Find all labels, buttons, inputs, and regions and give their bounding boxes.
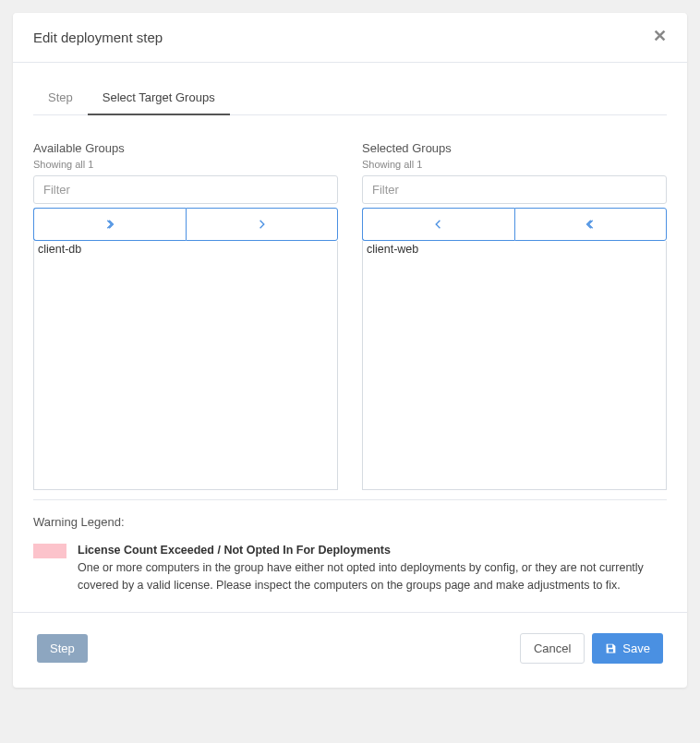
available-groups-count: Showing all 1 xyxy=(33,159,338,170)
warning-heading: License Count Exceeded / Not Opted In Fo… xyxy=(78,544,391,557)
warning-legend-label: Warning Legend: xyxy=(33,515,667,529)
available-groups-panel: Available Groups Showing all 1 client-db xyxy=(33,141,338,490)
save-button[interactable]: Save xyxy=(592,633,663,664)
warning-body: One or more computers in the group have … xyxy=(78,561,644,592)
cancel-button[interactable]: Cancel xyxy=(520,633,585,664)
tab-step[interactable]: Step xyxy=(33,81,88,115)
modal-body: Step Select Target Groups Available Grou… xyxy=(13,63,687,612)
edit-deployment-modal: Edit deployment step ✕ Step Select Targe… xyxy=(13,13,687,688)
chevron-right-icon xyxy=(257,220,266,229)
selected-groups-list[interactable]: client-web xyxy=(362,241,667,490)
warning-item: License Count Exceeded / Not Opted In Fo… xyxy=(33,542,667,593)
available-groups-title: Available Groups xyxy=(33,141,338,155)
move-left-button[interactable] xyxy=(362,208,514,241)
selected-move-buttons xyxy=(362,208,667,241)
move-right-button[interactable] xyxy=(186,208,339,241)
modal-title: Edit deployment step xyxy=(33,30,667,45)
selected-groups-panel: Selected Groups Showing all 1 client-web xyxy=(362,141,667,490)
modal-footer: Step Cancel Save xyxy=(13,612,687,688)
tabs: Step Select Target Groups xyxy=(33,81,667,115)
warning-section: Warning Legend: License Count Exceeded /… xyxy=(33,499,667,608)
list-item[interactable]: client-db xyxy=(34,241,337,258)
footer-right: Cancel Save xyxy=(520,633,663,664)
available-move-buttons xyxy=(33,208,338,241)
tab-select-target-groups[interactable]: Select Target Groups xyxy=(88,81,230,115)
available-groups-list[interactable]: client-db xyxy=(33,241,338,490)
save-button-label: Save xyxy=(622,641,650,655)
move-all-right-button[interactable] xyxy=(33,208,186,241)
chevron-double-right-icon xyxy=(105,220,115,229)
list-item[interactable]: client-web xyxy=(363,241,666,258)
dual-list: Available Groups Showing all 1 client-db… xyxy=(33,141,667,490)
selected-groups-title: Selected Groups xyxy=(362,141,667,155)
save-icon xyxy=(605,642,617,654)
available-filter-input[interactable] xyxy=(33,175,338,204)
selected-groups-count: Showing all 1 xyxy=(362,159,667,170)
close-button[interactable]: ✕ xyxy=(649,24,670,48)
move-all-left-button[interactable] xyxy=(514,208,668,241)
modal-header: Edit deployment step ✕ xyxy=(13,13,687,63)
footer-step-button[interactable]: Step xyxy=(37,634,88,663)
close-icon: ✕ xyxy=(653,27,667,45)
chevron-double-left-icon xyxy=(585,220,595,229)
selected-filter-input[interactable] xyxy=(362,175,667,204)
warning-content: License Count Exceeded / Not Opted In Fo… xyxy=(78,542,667,593)
chevron-left-icon xyxy=(434,220,443,229)
warning-swatch xyxy=(33,544,66,558)
